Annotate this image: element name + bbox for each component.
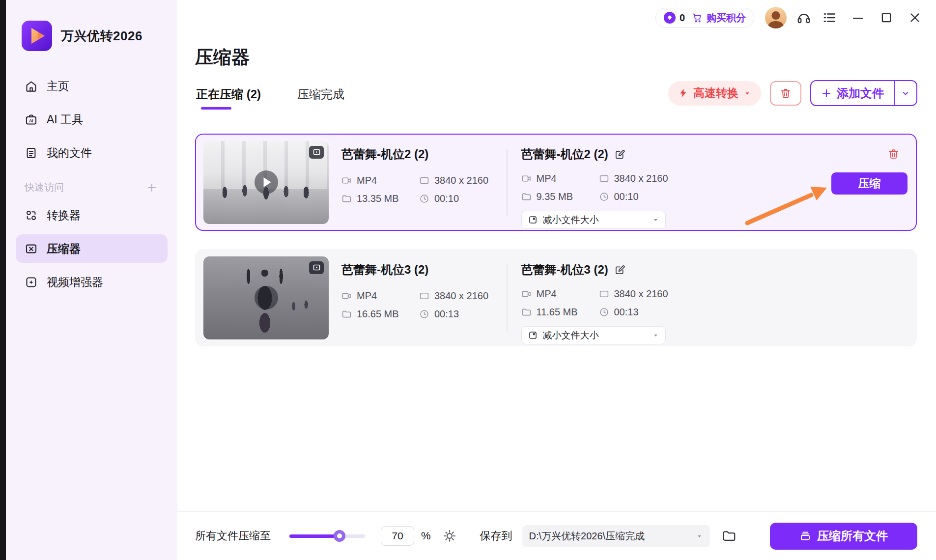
output-resolution: 3840 x 2160 xyxy=(614,288,668,300)
output-format: MP4 xyxy=(537,288,557,300)
file-card[interactable]: 芭蕾舞-机位3 (2) MP4 3840 x 2160 16.65 MB 00:… xyxy=(195,249,917,346)
percent-sign: % xyxy=(421,530,431,542)
source-file-title: 芭蕾舞-机位2 (2) xyxy=(341,146,504,162)
sidebar-item-ai-tools[interactable]: AI AI 工具 xyxy=(16,105,168,134)
credits-badge[interactable]: 0 xyxy=(664,12,685,24)
settings-gear-icon[interactable] xyxy=(443,529,456,543)
sidebar-item-converter[interactable]: 转换器 xyxy=(16,201,168,229)
play-icon[interactable] xyxy=(255,286,278,309)
source-duration: 00:10 xyxy=(434,193,459,204)
delete-file-button[interactable] xyxy=(887,147,900,160)
credits-count: 0 xyxy=(680,12,685,24)
compress-button[interactable]: 压缩 xyxy=(831,172,908,195)
output-info: 芭蕾舞-机位2 (2) MP4 3840 x 2160 9.35 MB 00:1… xyxy=(521,135,691,230)
source-size: 16.65 MB xyxy=(357,308,399,320)
lightning-icon xyxy=(678,88,688,98)
highspeed-convert-button[interactable]: 高速转换 xyxy=(668,81,761,106)
ai-tools-icon: AI xyxy=(25,113,38,126)
preset-dropdown[interactable]: 减小文件大小 xyxy=(521,211,666,229)
clock-icon xyxy=(419,309,429,319)
sidebar: 万兴优转2026 主页 AI AI 工具 xyxy=(6,0,177,560)
avatar[interactable] xyxy=(765,7,787,28)
compress-all-button[interactable]: 压缩所有文件 xyxy=(770,523,917,550)
sidebar-item-video-enhancer[interactable]: 视频增强器 xyxy=(16,268,168,296)
output-resolution: 3840 x 2160 xyxy=(614,173,668,184)
minimize-button[interactable] xyxy=(851,10,865,25)
maximize-button[interactable] xyxy=(879,10,894,25)
page-title: 压缩器 xyxy=(195,45,250,70)
app-logo-row: 万兴优转2026 xyxy=(6,0,177,51)
chevron-down-icon xyxy=(901,88,910,98)
sidebar-item-home[interactable]: 主页 xyxy=(16,72,168,100)
clock-icon xyxy=(599,192,609,202)
source-resolution: 3840 x 2160 xyxy=(434,290,488,302)
chevron-down-icon xyxy=(696,532,703,540)
edit-icon[interactable] xyxy=(614,264,625,276)
app-logo-icon xyxy=(22,21,52,51)
quick-access-label: 快速访问 xyxy=(25,181,64,194)
headset-support-icon[interactable] xyxy=(796,10,811,25)
svg-text:AI: AI xyxy=(29,118,33,123)
buy-credits-label: 购买积分 xyxy=(707,11,746,25)
preset-label: 减小文件大小 xyxy=(543,214,599,226)
compress-ratio-slider[interactable] xyxy=(289,534,365,538)
video-thumbnail[interactable] xyxy=(203,256,329,339)
source-file-title: 芭蕾舞-机位3 (2) xyxy=(341,262,504,278)
video-format-icon xyxy=(521,289,532,299)
enhancer-icon xyxy=(25,276,38,289)
add-file-dropdown-button[interactable] xyxy=(894,81,916,105)
converter-icon xyxy=(25,209,38,222)
add-file-button[interactable]: 添加文件 xyxy=(811,81,894,105)
chevron-down-icon xyxy=(743,89,751,97)
chevron-down-icon xyxy=(652,332,659,339)
toolbar: 高速转换 添加文件 xyxy=(668,80,917,106)
save-path-dropdown[interactable]: D:\万兴优转2026\压缩完成 xyxy=(522,525,710,547)
sidebar-item-label: 我的文件 xyxy=(47,145,92,161)
video-format-icon xyxy=(341,175,352,186)
folder-icon xyxy=(341,194,352,204)
output-size: 9.35 MB xyxy=(537,191,573,202)
folder-icon xyxy=(521,192,532,202)
file-card[interactable]: 芭蕾舞-机位2 (2) MP4 3840 x 2160 13.35 MB 00:… xyxy=(195,134,917,231)
source-info: 芭蕾舞-机位3 (2) MP4 3840 x 2160 16.65 MB 00:… xyxy=(341,250,504,345)
buy-credits-button[interactable]: 购买积分 xyxy=(692,11,746,25)
shrink-file-icon xyxy=(528,215,538,225)
output-file-title: 芭蕾舞-机位3 (2) xyxy=(521,262,608,278)
add-quick-access-icon[interactable] xyxy=(146,182,158,194)
clock-icon xyxy=(599,307,609,317)
sidebar-item-label: 主页 xyxy=(47,79,69,94)
slider-handle[interactable] xyxy=(334,530,345,542)
tabs: 正在压缩 (2) 压缩完成 xyxy=(196,86,344,102)
trash-icon xyxy=(887,148,900,160)
annotation-arrow xyxy=(737,181,835,230)
task-list-icon[interactable] xyxy=(822,10,837,25)
compressor-icon xyxy=(25,242,38,255)
sidebar-item-compressor[interactable]: 压缩器 xyxy=(16,234,168,263)
chevron-down-icon xyxy=(652,216,659,224)
video-badge-icon xyxy=(309,146,324,159)
compress-to-label: 所有文件压缩至 xyxy=(195,529,271,543)
percent-input[interactable] xyxy=(381,526,414,546)
resolution-icon xyxy=(599,289,609,299)
source-duration: 00:13 xyxy=(434,308,459,320)
sidebar-item-my-files[interactable]: 我的文件 xyxy=(16,139,168,167)
sidebar-item-label: 视频增强器 xyxy=(47,275,103,290)
tab-compressing[interactable]: 正在压缩 (2) xyxy=(196,86,261,102)
play-icon[interactable] xyxy=(255,170,278,194)
output-size: 11.65 MB xyxy=(537,307,578,318)
open-folder-button[interactable] xyxy=(722,529,737,543)
video-thumbnail[interactable] xyxy=(203,141,329,224)
add-file-label: 添加文件 xyxy=(837,85,884,101)
edit-icon[interactable] xyxy=(614,149,625,160)
video-badge-icon xyxy=(309,261,324,274)
titlebar: 0 购买积分 xyxy=(655,7,922,28)
close-button[interactable] xyxy=(908,10,922,25)
resolution-icon xyxy=(599,173,609,184)
preset-dropdown[interactable]: 减小文件大小 xyxy=(521,326,666,344)
tab-completed[interactable]: 压缩完成 xyxy=(297,86,344,102)
cart-icon xyxy=(692,12,703,23)
delete-all-button[interactable] xyxy=(770,81,801,106)
preset-label: 减小文件大小 xyxy=(543,329,599,342)
source-info: 芭蕾舞-机位2 (2) MP4 3840 x 2160 13.35 MB 00:… xyxy=(341,135,504,230)
video-format-icon xyxy=(521,173,532,184)
